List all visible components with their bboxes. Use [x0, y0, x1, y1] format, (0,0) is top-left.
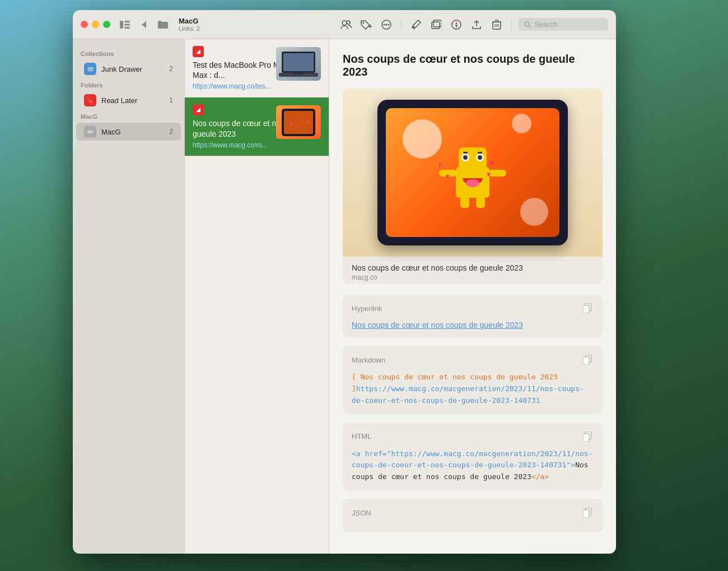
- compass-button[interactable]: [449, 17, 464, 33]
- detail-caption-url: macg.co: [352, 273, 594, 281]
- bokeh-1: [403, 119, 442, 159]
- list-item-macbook-url: https://www.macg.co/tes...: [193, 82, 321, 90]
- sidebar-item-macg[interactable]: ✏ MacG 2: [76, 123, 181, 141]
- delete-button[interactable]: [489, 17, 505, 33]
- svg-point-8: [342, 21, 347, 25]
- sidebar-item-junk-drawer[interactable]: ✉ Junk Drawer 2: [76, 60, 181, 78]
- list-item-macbook-thumbnail: [276, 47, 321, 81]
- html-tag-close: </a>: [531, 472, 549, 481]
- toolbar: MacG Links: 2: [73, 10, 616, 39]
- close-button[interactable]: [81, 21, 88, 28]
- list-item-macbook-icon: [193, 46, 204, 57]
- sidebar-toggle-icon[interactable]: [118, 18, 132, 31]
- json-header: JSON: [352, 507, 594, 519]
- list-item-macbook[interactable]: 27 Nov 2023 Test des MacBook Pro M3 Pro …: [185, 39, 329, 98]
- app-name: MacG: [179, 17, 200, 25]
- svg-point-14: [388, 24, 390, 25]
- svg-rect-43: [463, 171, 483, 178]
- html-tag-open: <a href=": [352, 449, 391, 458]
- json-section: JSON: [343, 499, 603, 532]
- search-box[interactable]: [519, 18, 608, 31]
- more-options-button[interactable]: [379, 17, 394, 33]
- html-tag-mid: ">: [567, 461, 576, 469]
- minimize-button[interactable]: [92, 21, 99, 28]
- search-input[interactable]: [534, 20, 603, 29]
- svg-rect-40: [463, 152, 468, 154]
- export-button[interactable]: [469, 17, 484, 33]
- junk-drawer-label: Junk Drawer: [101, 65, 164, 73]
- svg-text:♥: ♥: [439, 161, 442, 170]
- junk-drawer-badge: 2: [169, 65, 173, 73]
- svg-rect-3: [124, 27, 130, 29]
- svg-text:♥: ♥: [307, 119, 310, 125]
- hyperlink-link[interactable]: Nos coups de cœur et nos coups de gueule…: [352, 321, 523, 329]
- toolbar-nav-icons: [118, 18, 170, 31]
- robot-character: ♥ ♥ ♥ ♥: [439, 136, 506, 209]
- svg-rect-47: [460, 197, 469, 208]
- list-item-macbook-row: Test des MacBook Pro M3 Pro et M3 Max : …: [193, 60, 321, 90]
- sidebar: Collections ✉ Junk Drawer 2 Folders 🔖 Re…: [73, 39, 185, 554]
- svg-text:♥: ♥: [290, 120, 293, 126]
- navigate-icon[interactable]: [137, 18, 151, 31]
- svg-point-13: [386, 24, 388, 25]
- markdown-header: Markdown: [352, 354, 594, 366]
- sidebar-item-read-later[interactable]: 🔖 Read Later 1: [76, 91, 181, 109]
- folder-icon[interactable]: [156, 18, 170, 31]
- edit-button[interactable]: [408, 17, 424, 33]
- svg-point-9: [347, 21, 350, 24]
- svg-rect-60: [583, 510, 589, 518]
- laptop-image: [276, 47, 321, 81]
- svg-rect-7: [158, 21, 161, 23]
- markdown-url: https://www.macg.co/macgeneration/2023/1…: [352, 384, 584, 405]
- markdown-copy-button[interactable]: [581, 354, 594, 366]
- list-panel: 27 Nov 2023 Test des MacBook Pro M3 Pro …: [185, 39, 329, 554]
- hyperlink-label: Hyperlink: [352, 304, 382, 313]
- svg-rect-56: [583, 357, 589, 365]
- svg-marker-4: [142, 21, 146, 28]
- svg-point-21: [525, 22, 529, 26]
- list-item-coeur-url: https://www.macg.co/ro...: [193, 141, 321, 149]
- detail-caption-title: Nos coups de cœur et nos coups de gueule…: [352, 263, 594, 272]
- list-item-coeur-thumbnail: ♥ ♥ ♥ ♥: [276, 105, 321, 139]
- macg-section-label: MacG: [73, 110, 184, 122]
- read-later-badge: 1: [169, 96, 173, 104]
- svg-rect-54: [583, 305, 589, 313]
- svg-text:♥: ♥: [487, 170, 491, 178]
- open-tab-button[interactable]: [428, 17, 444, 33]
- list-item-coeur[interactable]: 27 Nov 2023 Nos coups de cœur et nos cou…: [185, 98, 329, 156]
- collections-section-label: Collections: [73, 47, 184, 59]
- svg-rect-15: [432, 22, 440, 29]
- svg-rect-2: [124, 24, 130, 25]
- hyperlink-copy-button[interactable]: [581, 302, 594, 314]
- macg-icon: ✏: [84, 126, 96, 138]
- junk-drawer-icon: ✉: [84, 63, 96, 75]
- svg-rect-24: [283, 53, 314, 71]
- json-copy-button[interactable]: [581, 507, 594, 519]
- people-share-button[interactable]: [338, 17, 354, 33]
- hyperlink-section: Hyperlink Nos coups de cœur et nos coups…: [343, 294, 603, 338]
- tablet-screen: ♥ ♥ ♥ ♥: [386, 108, 559, 237]
- svg-text:♥: ♥: [300, 115, 303, 120]
- detail-caption: Nos coups de cœur et nos coups de gueule…: [343, 257, 603, 284]
- svg-marker-27: [196, 108, 200, 112]
- svg-marker-18: [455, 21, 458, 25]
- tag-button[interactable]: [358, 17, 374, 33]
- traffic-lights: [81, 21, 110, 28]
- svg-rect-58: [583, 434, 589, 442]
- svg-rect-26: [293, 73, 304, 75]
- maximize-button[interactable]: [103, 21, 110, 28]
- svg-point-10: [362, 22, 364, 24]
- svg-point-38: [463, 155, 468, 160]
- read-later-icon: 🔖: [84, 94, 96, 106]
- toolbar-divider-1: [401, 19, 402, 30]
- svg-rect-16: [433, 20, 441, 27]
- macg-badge: 2: [169, 128, 173, 136]
- html-copy-button[interactable]: [581, 430, 594, 443]
- svg-text:♥: ♥: [446, 173, 450, 179]
- svg-point-44: [466, 179, 479, 187]
- search-icon: [524, 21, 531, 29]
- svg-rect-41: [478, 152, 482, 154]
- svg-rect-1: [124, 21, 130, 22]
- toolbar-divider-2: [511, 19, 512, 30]
- read-later-label: Read Later: [101, 96, 164, 105]
